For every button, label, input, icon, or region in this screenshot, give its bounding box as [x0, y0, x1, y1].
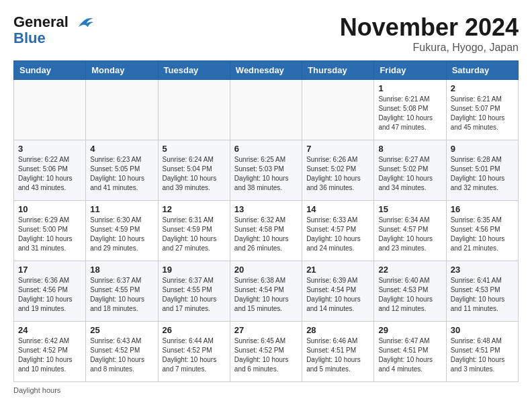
day-number: 7	[306, 144, 369, 154]
day-info: Sunrise: 6:48 AM Sunset: 4:51 PM Dayligh…	[451, 336, 514, 374]
day-info: Sunrise: 6:28 AM Sunset: 5:01 PM Dayligh…	[451, 155, 514, 193]
calendar-cell: 6Sunrise: 6:25 AM Sunset: 5:03 PM Daylig…	[230, 140, 302, 201]
day-number: 25	[90, 325, 153, 335]
day-info: Sunrise: 6:23 AM Sunset: 5:05 PM Dayligh…	[90, 155, 153, 193]
calendar-week-row: 10Sunrise: 6:29 AM Sunset: 5:00 PM Dayli…	[14, 201, 519, 261]
calendar-cell: 29Sunrise: 6:47 AM Sunset: 4:51 PM Dayli…	[374, 322, 446, 382]
calendar-cell: 8Sunrise: 6:27 AM Sunset: 5:02 PM Daylig…	[374, 140, 446, 201]
calendar-cell: 16Sunrise: 6:35 AM Sunset: 4:56 PM Dayli…	[446, 201, 518, 261]
calendar-cell: 13Sunrise: 6:32 AM Sunset: 4:58 PM Dayli…	[230, 201, 302, 261]
logo-general: General	[13, 13, 69, 30]
calendar-cell: 28Sunrise: 6:46 AM Sunset: 4:51 PM Dayli…	[302, 322, 374, 382]
calendar-cell	[86, 80, 158, 140]
day-info: Sunrise: 6:33 AM Sunset: 4:57 PM Dayligh…	[306, 216, 369, 253]
day-info: Sunrise: 6:40 AM Sunset: 4:53 PM Dayligh…	[378, 276, 441, 314]
day-number: 19	[163, 265, 226, 275]
day-number: 15	[378, 204, 441, 214]
day-info: Sunrise: 6:39 AM Sunset: 4:54 PM Dayligh…	[306, 276, 369, 314]
calendar-cell	[158, 80, 230, 140]
day-info: Sunrise: 6:27 AM Sunset: 5:02 PM Dayligh…	[378, 155, 441, 193]
calendar-cell: 4Sunrise: 6:23 AM Sunset: 5:05 PM Daylig…	[86, 140, 158, 201]
day-number: 23	[451, 265, 514, 275]
day-number: 21	[306, 265, 369, 275]
day-info: Sunrise: 6:29 AM Sunset: 5:00 PM Dayligh…	[18, 216, 81, 253]
day-number: 14	[306, 204, 369, 214]
day-header-monday: Monday	[86, 61, 158, 80]
day-header-sunday: Sunday	[14, 61, 86, 80]
day-info: Sunrise: 6:24 AM Sunset: 5:04 PM Dayligh…	[163, 155, 226, 193]
calendar-cell: 12Sunrise: 6:31 AM Sunset: 4:59 PM Dayli…	[158, 201, 230, 261]
day-info: Sunrise: 6:21 AM Sunset: 5:07 PM Dayligh…	[451, 95, 514, 132]
day-number: 1	[378, 83, 441, 93]
day-info: Sunrise: 6:45 AM Sunset: 4:52 PM Dayligh…	[234, 336, 298, 374]
day-header-saturday: Saturday	[446, 61, 518, 80]
day-number: 4	[90, 144, 153, 154]
day-number: 20	[234, 265, 298, 275]
calendar-cell: 24Sunrise: 6:42 AM Sunset: 4:52 PM Dayli…	[14, 322, 86, 382]
day-number: 3	[18, 144, 81, 154]
day-number: 9	[451, 144, 514, 154]
day-number: 24	[18, 325, 81, 335]
calendar-cell: 18Sunrise: 6:37 AM Sunset: 4:55 PM Dayli…	[86, 261, 158, 322]
day-info: Sunrise: 6:41 AM Sunset: 4:53 PM Dayligh…	[451, 276, 514, 314]
calendar-cell: 30Sunrise: 6:48 AM Sunset: 4:51 PM Dayli…	[446, 322, 518, 382]
calendar-cell: 3Sunrise: 6:22 AM Sunset: 5:06 PM Daylig…	[14, 140, 86, 201]
day-number: 12	[163, 204, 226, 214]
logo: General Blue	[13, 13, 94, 47]
calendar-cell: 14Sunrise: 6:33 AM Sunset: 4:57 PM Dayli…	[302, 201, 374, 261]
calendar-cell: 23Sunrise: 6:41 AM Sunset: 4:53 PM Dayli…	[446, 261, 518, 322]
calendar-header-row: SundayMondayTuesdayWednesdayThursdayFrid…	[14, 61, 519, 80]
day-header-friday: Friday	[374, 61, 446, 80]
calendar-cell: 1Sunrise: 6:21 AM Sunset: 5:08 PM Daylig…	[374, 80, 446, 140]
day-info: Sunrise: 6:37 AM Sunset: 4:55 PM Dayligh…	[90, 276, 153, 314]
day-number: 22	[378, 265, 441, 275]
day-info: Sunrise: 6:46 AM Sunset: 4:51 PM Dayligh…	[306, 336, 369, 374]
calendar-cell: 2Sunrise: 6:21 AM Sunset: 5:07 PM Daylig…	[446, 80, 518, 140]
calendar-week-row: 24Sunrise: 6:42 AM Sunset: 4:52 PM Dayli…	[14, 322, 519, 382]
calendar-week-row: 1Sunrise: 6:21 AM Sunset: 5:08 PM Daylig…	[14, 80, 519, 140]
calendar-cell: 9Sunrise: 6:28 AM Sunset: 5:01 PM Daylig…	[446, 140, 518, 201]
day-number: 18	[90, 265, 153, 275]
logo-bird-icon	[75, 13, 94, 32]
day-number: 27	[234, 325, 298, 335]
calendar-cell: 22Sunrise: 6:40 AM Sunset: 4:53 PM Dayli…	[374, 261, 446, 322]
day-info: Sunrise: 6:32 AM Sunset: 4:58 PM Dayligh…	[234, 216, 298, 253]
day-info: Sunrise: 6:36 AM Sunset: 4:56 PM Dayligh…	[18, 276, 81, 314]
calendar-cell: 10Sunrise: 6:29 AM Sunset: 5:00 PM Dayli…	[14, 201, 86, 261]
day-number: 5	[163, 144, 226, 154]
day-info: Sunrise: 6:35 AM Sunset: 4:56 PM Dayligh…	[451, 216, 514, 253]
footer-note: Daylight hours	[13, 386, 519, 394]
day-number: 17	[18, 265, 81, 275]
calendar-week-row: 3Sunrise: 6:22 AM Sunset: 5:06 PM Daylig…	[14, 140, 519, 201]
page-header: General Blue November 2024 Fukura, Hyogo…	[13, 13, 519, 54]
day-number: 28	[306, 325, 369, 335]
day-number: 6	[234, 144, 298, 154]
calendar-cell: 19Sunrise: 6:37 AM Sunset: 4:55 PM Dayli…	[158, 261, 230, 322]
day-number: 8	[378, 144, 441, 154]
day-header-wednesday: Wednesday	[230, 61, 302, 80]
day-number: 13	[234, 204, 298, 214]
calendar-table: SundayMondayTuesdayWednesdayThursdayFrid…	[13, 60, 519, 382]
calendar-cell: 26Sunrise: 6:44 AM Sunset: 4:52 PM Dayli…	[158, 322, 230, 382]
calendar-cell: 21Sunrise: 6:39 AM Sunset: 4:54 PM Dayli…	[302, 261, 374, 322]
day-header-tuesday: Tuesday	[158, 61, 230, 80]
day-info: Sunrise: 6:37 AM Sunset: 4:55 PM Dayligh…	[163, 276, 226, 314]
calendar-cell	[230, 80, 302, 140]
calendar-cell: 5Sunrise: 6:24 AM Sunset: 5:04 PM Daylig…	[158, 140, 230, 201]
calendar-cell: 20Sunrise: 6:38 AM Sunset: 4:54 PM Dayli…	[230, 261, 302, 322]
calendar-cell	[302, 80, 374, 140]
day-number: 11	[90, 204, 153, 214]
calendar-cell: 25Sunrise: 6:43 AM Sunset: 4:52 PM Dayli…	[86, 322, 158, 382]
day-info: Sunrise: 6:31 AM Sunset: 4:59 PM Dayligh…	[163, 216, 226, 253]
day-info: Sunrise: 6:47 AM Sunset: 4:51 PM Dayligh…	[378, 336, 441, 374]
day-info: Sunrise: 6:44 AM Sunset: 4:52 PM Dayligh…	[163, 336, 226, 374]
calendar-cell: 11Sunrise: 6:30 AM Sunset: 4:59 PM Dayli…	[86, 201, 158, 261]
day-number: 2	[451, 83, 514, 93]
day-info: Sunrise: 6:21 AM Sunset: 5:08 PM Dayligh…	[378, 95, 441, 132]
day-number: 10	[18, 204, 81, 214]
day-info: Sunrise: 6:22 AM Sunset: 5:06 PM Dayligh…	[18, 155, 81, 193]
month-title: November 2024	[340, 13, 519, 42]
day-header-thursday: Thursday	[302, 61, 374, 80]
day-info: Sunrise: 6:25 AM Sunset: 5:03 PM Dayligh…	[234, 155, 298, 193]
day-info: Sunrise: 6:42 AM Sunset: 4:52 PM Dayligh…	[18, 336, 81, 374]
